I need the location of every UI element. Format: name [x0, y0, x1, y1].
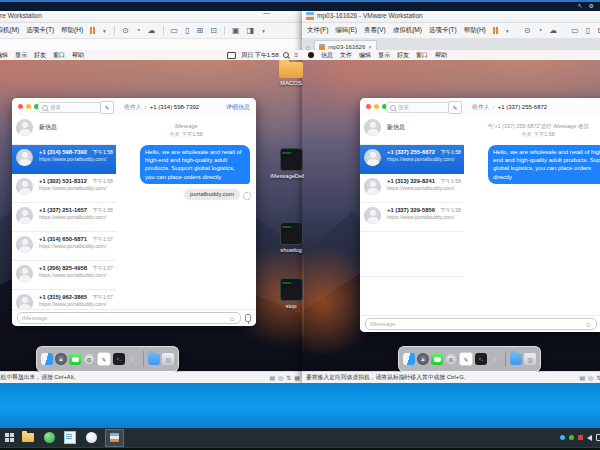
- launchpad-icon[interactable]: ▲: [55, 353, 67, 365]
- network-icon[interactable]: ⇅: [286, 374, 291, 381]
- search-input[interactable]: 搜索: [38, 102, 102, 113]
- messages-icon[interactable]: [431, 353, 443, 365]
- textedit-icon[interactable]: ✎: [97, 352, 111, 366]
- menu-edit[interactable]: 编辑: [0, 51, 8, 60]
- windows-desktop[interactable]: [0, 383, 600, 428]
- conversation-row[interactable]: +1 (313) 329-8241 下午1:58 https://www.por…: [360, 174, 464, 203]
- conversation-row[interactable]: +1 (314) 650-6871 下午1:57 https://www.por…: [12, 232, 116, 261]
- single-window-icon[interactable]: ▯: [586, 26, 590, 35]
- file-explorer-icon[interactable]: [21, 431, 35, 445]
- single-window-icon[interactable]: ▯: [185, 26, 189, 35]
- menu-buddies[interactable]: 好友: [397, 51, 409, 60]
- network-icon[interactable]: ⇅: [596, 374, 600, 381]
- menu-view[interactable]: 查看(V): [364, 26, 386, 35]
- usb-icon[interactable]: ▦: [294, 374, 300, 381]
- snapshot-icon[interactable]: ◔: [136, 26, 141, 35]
- cd-rom-icon[interactable]: ◎: [278, 374, 283, 381]
- conversation-row[interactable]: +1 (314) 598-7392 下午1:58 https://www.por…: [12, 145, 116, 174]
- menu-file[interactable]: 文件(F): [307, 26, 328, 35]
- menu-view[interactable]: 显示: [378, 51, 390, 60]
- trash-icon[interactable]: ▥: [524, 353, 536, 365]
- menu-window[interactable]: 窗口: [53, 51, 65, 60]
- desktop-icon-macos[interactable]: MACOS: [269, 62, 304, 86]
- new-message-row[interactable]: 新信息: [12, 116, 116, 145]
- window-titlebar[interactable]: VMware Workstation —: [0, 9, 304, 23]
- close-traffic-light[interactable]: [18, 104, 23, 109]
- desktop-icon-stop[interactable]: stop: [269, 278, 304, 309]
- snapshot-icon[interactable]: ◔: [537, 26, 542, 35]
- blue-tray-icon[interactable]: [560, 435, 565, 440]
- minimize-traffic-light[interactable]: [26, 104, 31, 109]
- fullscreen-icon[interactable]: ⊞: [197, 26, 204, 35]
- start-button[interactable]: [5, 433, 14, 442]
- red-tray-icon[interactable]: [578, 435, 583, 440]
- emoji-icon[interactable]: ☺: [229, 315, 236, 322]
- speaker-icon[interactable]: [587, 435, 592, 441]
- menu-buddies[interactable]: 好友: [34, 51, 46, 60]
- notification-center-icon[interactable]: ≡: [294, 52, 298, 58]
- chat-tray-icon[interactable]: [596, 434, 600, 441]
- desktop-icon-imessagedebug[interactable]: iMessageDebug: [269, 148, 304, 179]
- menu-file[interactable]: 文件: [340, 51, 352, 60]
- downloads-folder-icon[interactable]: [510, 353, 522, 365]
- green-app-icon[interactable]: [42, 431, 56, 445]
- system-preferences-icon[interactable]: ⚙: [445, 353, 457, 365]
- downloads-folder-icon[interactable]: [148, 353, 160, 365]
- messages-icon[interactable]: [69, 353, 81, 365]
- menu-window[interactable]: 窗口: [416, 51, 428, 60]
- library-panel-icon[interactable]: ▣: [232, 26, 240, 35]
- microphone-icon[interactable]: [245, 314, 251, 322]
- menu-messages[interactable]: 信息: [321, 51, 333, 60]
- menu-tabs[interactable]: 选项卡(T): [26, 26, 54, 35]
- finder-icon[interactable]: [403, 353, 415, 365]
- thumbnail-bar-icon[interactable]: ◨: [247, 26, 255, 35]
- cloud-icon[interactable]: ☁: [549, 26, 557, 35]
- power-icon[interactable]: ⊙: [524, 26, 531, 35]
- finder-icon[interactable]: [41, 353, 53, 365]
- pause-dropdown-icon[interactable]: ▼: [505, 28, 510, 34]
- hard-disk-icon[interactable]: ▤: [579, 374, 585, 381]
- conversation-row[interactable]: +1 (337) 329-5856 下午1:58 https://www.por…: [360, 203, 464, 232]
- green-tray-icon[interactable]: [569, 435, 574, 440]
- menu-help[interactable]: 帮助(H): [464, 26, 486, 35]
- console-view-icon[interactable]: ▭: [171, 26, 179, 35]
- gear-icon[interactable]: ⚙: [589, 3, 594, 10]
- details-link[interactable]: 详细信息: [226, 103, 250, 112]
- hard-disk-icon[interactable]: ▤: [269, 374, 275, 381]
- compose-button[interactable]: ✎: [448, 101, 462, 114]
- menu-edit[interactable]: 编辑: [359, 51, 371, 60]
- pause-dropdown-icon[interactable]: ▼: [102, 28, 107, 34]
- menu-edit[interactable]: 编辑(E): [335, 26, 357, 35]
- emoji-icon[interactable]: ☺: [585, 321, 592, 328]
- message-input[interactable]: iMessage ☺: [365, 318, 597, 330]
- new-message-row[interactable]: 新信息: [360, 116, 464, 145]
- system-preferences-icon[interactable]: ⚙: [83, 353, 95, 365]
- terminal-icon[interactable]: >_: [113, 353, 125, 365]
- menubar-clock[interactable]: 周日 下午1:58: [241, 51, 278, 60]
- pause-button[interactable]: [493, 27, 498, 34]
- conversation-row[interactable]: +1 (302) 531-8312 下午1:58 https://www.por…: [12, 174, 116, 203]
- message-input[interactable]: iMessage ☺: [17, 312, 241, 324]
- conversation-row[interactable]: +1 (337) 255-6872 下午1:58 https://www.por…: [360, 145, 464, 174]
- thumbnail-dropdown-icon[interactable]: ▼: [261, 28, 266, 34]
- menu-help[interactable]: 帮助: [72, 51, 84, 60]
- tab-close-icon[interactable]: ×: [368, 44, 372, 50]
- textedit-icon[interactable]: ✎: [459, 352, 473, 366]
- vm-display-left[interactable]: 编辑 显示 好友 窗口 帮助 周日 下午1:58 ≡ MACOS iMessag…: [0, 50, 304, 372]
- close-traffic-light[interactable]: [366, 104, 371, 109]
- menu-view[interactable]: 显示: [15, 51, 27, 60]
- cd-rom-icon[interactable]: ◎: [588, 374, 593, 381]
- show-hide-arrow-icon[interactable]: »: [127, 353, 139, 365]
- menu-vm[interactable]: 虚拟机(M): [393, 26, 422, 35]
- documents-app-icon[interactable]: [63, 431, 77, 445]
- window-titlebar[interactable]: mp03-161626 - VMware Workstation: [302, 9, 600, 23]
- menu-help[interactable]: 帮助: [435, 51, 447, 60]
- trash-icon[interactable]: ▥: [162, 353, 174, 365]
- compose-button[interactable]: ✎: [100, 101, 114, 114]
- vmware-taskbar-icon-active[interactable]: [105, 429, 124, 447]
- cursor-icon[interactable]: ↖: [578, 3, 583, 10]
- terminal-icon[interactable]: >_: [475, 353, 487, 365]
- cloud-icon[interactable]: ☁: [148, 26, 156, 35]
- menu-help[interactable]: 帮助(H): [61, 26, 83, 35]
- unity-icon[interactable]: ⊡: [210, 26, 217, 35]
